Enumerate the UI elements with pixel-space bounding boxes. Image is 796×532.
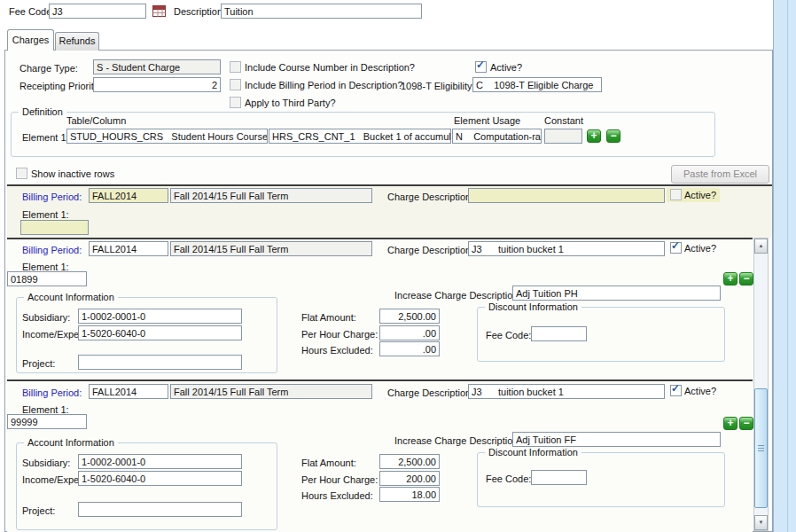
billing-period-label: Billing Period: [22, 192, 82, 203]
tab-charges[interactable]: Charges [7, 29, 54, 51]
increase-description-input[interactable]: Adj Tuition FF [512, 432, 721, 447]
billing-period-desc-field: Fall 2014/15 Full Fall Term [170, 384, 372, 399]
eligibility-field[interactable]: C 1098-T Eligible Charge [472, 77, 602, 92]
checkmark-icon: ✓ [671, 240, 680, 252]
tab-refunds[interactable]: Refunds [55, 32, 99, 51]
element1-table-field[interactable]: STUD_HOURS_CRS Student Hours Courses [66, 129, 268, 144]
fee-code-input[interactable]: J3 [49, 4, 146, 19]
add-row-button[interactable]: + [723, 417, 737, 430]
add-element-button[interactable]: + [587, 129, 601, 143]
discount-information-legend: Discount Information [485, 447, 581, 458]
hours-excluded-label: Hours Excluded: [301, 345, 373, 356]
row-active-checkbox[interactable] [670, 189, 682, 200]
element1-usage-field[interactable]: N Computation-range s [452, 129, 542, 144]
definition-legend: Definition [19, 106, 66, 118]
scrollbar-grip-icon [758, 445, 764, 452]
scroll-up-icon: ▲ [759, 243, 764, 248]
increase-description-label: Increase Charge Description: [394, 435, 520, 447]
description-input[interactable]: Tuition [221, 4, 422, 19]
row-element1-input[interactable]: 01899 [7, 271, 87, 286]
discount-fee-code-input[interactable] [531, 326, 587, 341]
window-edge-line [787, 0, 788, 532]
element1-constant-field[interactable] [544, 129, 582, 144]
tab-charges-label: Charges [12, 35, 50, 45]
per-hour-charge-input[interactable]: 200.00 [379, 471, 440, 486]
window-edge-band [773, 0, 796, 532]
charge-type-field[interactable]: S - Student Charge [93, 59, 221, 74]
project-label: Project: [22, 505, 55, 517]
discount-fee-code-input[interactable] [531, 470, 587, 485]
scroll-down-button[interactable]: ▼ [754, 515, 768, 530]
flat-amount-input[interactable]: 2,500.00 [379, 454, 440, 469]
charge-description-input[interactable] [468, 188, 665, 203]
income-expense-input[interactable]: 1-5020-6040-0 [78, 325, 242, 340]
plus-icon: + [590, 129, 597, 142]
paste-from-excel-button[interactable]: Paste from Excel [671, 165, 769, 184]
checkmark-icon: ✓ [671, 383, 680, 395]
add-row-button[interactable]: + [723, 272, 737, 286]
account-information-legend: Account Information [24, 292, 118, 303]
hours-excluded-label: Hours Excluded: [301, 490, 373, 502]
eligibility-label: 1098-T Eligibility: [401, 81, 475, 92]
billing-period-input[interactable]: FALL2014 [89, 188, 168, 203]
include-course-checkbox[interactable] [230, 61, 241, 73]
include-course-label: Include Course Number in Description? [245, 62, 415, 74]
description-label: Description: [174, 6, 225, 18]
subsidiary-input[interactable]: 1-0002-0001-0 [78, 309, 242, 324]
charge-description-input[interactable]: J3 tuition bucket 1 [468, 384, 665, 399]
include-billing-label: Include Billing Period in Description? [245, 80, 403, 91]
charge-description-input[interactable]: J3 tuition bucket 1 [468, 241, 665, 256]
charge-description-label: Charge Description: [387, 245, 473, 256]
table-column-header: Table/Column [66, 115, 126, 127]
project-input[interactable] [78, 502, 242, 517]
remove-row-button[interactable]: − [739, 417, 753, 430]
hours-excluded-input[interactable]: 18.00 [379, 487, 440, 502]
billing-period-desc-field: Fall 2014/15 Full Fall Term [170, 188, 372, 203]
scrollbar-thumb[interactable] [754, 388, 768, 508]
checkmark-icon: ✓ [476, 59, 485, 71]
row-element1-input[interactable]: 99999 [7, 414, 87, 429]
billing-table-lookup-icon[interactable] [152, 4, 168, 20]
plus-icon: + [727, 417, 733, 429]
income-expense-input[interactable]: 1-5020-6040-0 [78, 471, 242, 486]
subsidiary-label: Subsidiary: [22, 312, 70, 324]
element1-label: Element 1: [22, 132, 69, 144]
scroll-up-button[interactable]: ▲ [754, 239, 768, 254]
row-active-checkbox[interactable]: ✓ [670, 385, 682, 396]
tab-refunds-label: Refunds [59, 35, 96, 46]
row-element1-input[interactable] [20, 220, 89, 235]
flat-amount-label: Flat Amount: [301, 312, 356, 324]
minus-icon: − [743, 417, 749, 429]
element-usage-header: Element Usage [454, 115, 520, 127]
per-hour-charge-input[interactable]: .00 [379, 325, 440, 340]
show-inactive-label: Show inactive rows [31, 168, 114, 180]
include-billing-checkbox[interactable] [230, 79, 241, 90]
element1-column-field[interactable]: HRS_CRS_CNT_1 Bucket 1 of accumulated h [269, 129, 451, 144]
increase-description-input[interactable]: Adj Tuition PH [512, 286, 721, 301]
row-active-label: Active? [684, 386, 716, 397]
per-hour-charge-label: Per Hour Charge: [301, 329, 378, 340]
show-inactive-checkbox[interactable] [16, 168, 27, 179]
billing-period-input[interactable]: FALL2014 [89, 241, 168, 256]
charge-description-label: Charge Description: [387, 192, 473, 203]
account-information-legend: Account Information [24, 437, 118, 449]
billing-period-label: Billing Period: [22, 387, 82, 399]
per-hour-charge-label: Per Hour Charge: [301, 474, 378, 486]
receipting-priority-input[interactable]: 2 [93, 77, 221, 92]
apply-third-party-checkbox[interactable] [230, 97, 241, 108]
flat-amount-input[interactable]: 2,500.00 [379, 309, 440, 324]
flat-amount-label: Flat Amount: [301, 458, 356, 469]
project-input[interactable] [78, 355, 242, 370]
discount-information-legend: Discount Information [485, 301, 581, 313]
remove-row-button[interactable]: − [739, 272, 753, 286]
active-checkbox[interactable]: ✓ [475, 61, 487, 73]
subsidiary-label: Subsidiary: [22, 458, 70, 469]
remove-element-button[interactable]: − [606, 129, 620, 143]
hours-excluded-input[interactable]: .00 [379, 341, 440, 356]
increase-description-label: Increase Charge Description: [394, 290, 520, 301]
subsidiary-input[interactable]: 1-0002-0001-0 [78, 454, 242, 469]
row-active-checkbox[interactable]: ✓ [670, 242, 682, 254]
vertical-scrollbar[interactable]: ▲ ▼ [753, 238, 769, 531]
billing-period-desc-field: Fall 2014/15 Full Fall Term [170, 241, 372, 256]
billing-period-input[interactable]: FALL2014 [89, 384, 168, 399]
